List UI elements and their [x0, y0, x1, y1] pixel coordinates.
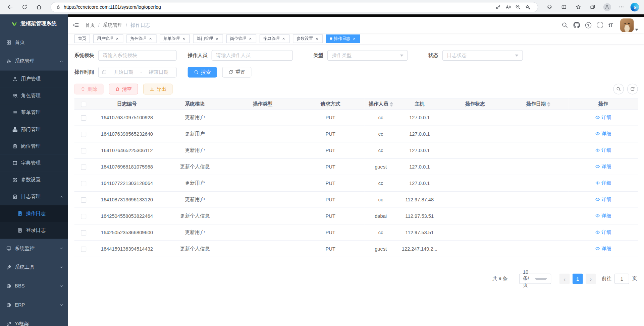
- fullscreen-icon[interactable]: [597, 22, 603, 28]
- sidebar-item-erp[interactable]: ERP: [0, 296, 68, 314]
- tab-role-management[interactable]: 角色管理×: [126, 34, 156, 43]
- detail-link[interactable]: 详细: [595, 114, 611, 121]
- breadcrumb-system[interactable]: 系统管理: [103, 21, 123, 28]
- font-size-icon[interactable]: tT: [608, 22, 613, 28]
- toggle-search-button[interactable]: [613, 84, 624, 94]
- sidebar-item-home[interactable]: 首页: [0, 33, 68, 52]
- search-button[interactable]: 搜索: [188, 67, 217, 78]
- sidebar-item-system[interactable]: 系统管理: [0, 52, 68, 70]
- github-icon[interactable]: [573, 22, 580, 28]
- sidebar-item-bbs[interactable]: BBS: [0, 276, 68, 295]
- sidebar-item-tools[interactable]: 系统工具: [0, 258, 68, 276]
- sidebar-item-departments[interactable]: 部门管理: [0, 121, 68, 138]
- detail-link[interactable]: 详细: [595, 212, 611, 219]
- tab-parameter-settings[interactable]: 参数设置×: [293, 34, 323, 43]
- close-icon[interactable]: ×: [215, 36, 219, 41]
- sidebar-item-users[interactable]: 用户管理: [0, 71, 68, 87]
- select-all-checkbox[interactable]: [81, 102, 86, 107]
- row-checkbox[interactable]: [81, 165, 86, 170]
- row-checkbox[interactable]: [81, 230, 86, 236]
- next-page-button[interactable]: ›: [586, 274, 596, 284]
- row-checkbox[interactable]: [81, 115, 86, 121]
- copilot-icon[interactable]: b: [631, 3, 639, 11]
- tab-dictionary-management[interactable]: 字典管理×: [260, 34, 289, 43]
- favorites-icon[interactable]: [573, 2, 584, 12]
- row-checkbox[interactable]: [81, 148, 86, 153]
- extensions-icon[interactable]: [544, 2, 555, 12]
- browser-profile-avatar[interactable]: [602, 2, 612, 12]
- browser-back-button[interactable]: [5, 2, 16, 12]
- split-screen-icon[interactable]: [558, 2, 569, 12]
- close-icon[interactable]: ×: [148, 36, 153, 41]
- close-icon[interactable]: ×: [281, 36, 286, 41]
- operator-input[interactable]: [212, 50, 293, 61]
- tab-operation-log[interactable]: 操作日志×: [326, 34, 360, 43]
- browser-refresh-button[interactable]: [19, 2, 30, 12]
- detail-link[interactable]: 详细: [595, 147, 611, 154]
- sidebar-item-menus[interactable]: 菜单管理: [0, 104, 68, 121]
- refresh-table-button[interactable]: [627, 84, 638, 94]
- eye-icon: [595, 115, 600, 120]
- row-checkbox[interactable]: [81, 197, 86, 203]
- hamburger-icon[interactable]: [73, 22, 79, 28]
- detail-link[interactable]: 详细: [595, 180, 611, 187]
- detail-link[interactable]: 详细: [595, 163, 611, 170]
- add-favorite-icon[interactable]: [523, 2, 533, 12]
- app-logo[interactable]: 意框架管理系统: [0, 14, 68, 33]
- read-aloud-icon[interactable]: [503, 2, 513, 12]
- browser-home-button[interactable]: [34, 2, 44, 12]
- breadcrumb-home[interactable]: 首页: [85, 21, 95, 28]
- zoom-icon[interactable]: [513, 2, 523, 12]
- clear-button[interactable]: 清空: [109, 84, 138, 94]
- sidebar-item-operation-log[interactable]: 操作日志: [0, 205, 68, 222]
- sidebar-item-dictionary[interactable]: 字典管理: [0, 155, 68, 172]
- password-key-icon[interactable]: [493, 2, 503, 12]
- collections-icon[interactable]: [587, 2, 598, 12]
- log-id: 1641087313696133120: [101, 197, 153, 202]
- module-input[interactable]: [98, 50, 177, 61]
- detail-link[interactable]: 详细: [595, 245, 611, 252]
- page-size-select[interactable]: 10条/页: [519, 274, 551, 284]
- tab-department-management[interactable]: 部门管理×: [193, 34, 223, 43]
- sidebar-item-log-management[interactable]: 日志管理: [0, 188, 68, 205]
- tab-post-management[interactable]: 岗位管理×: [226, 34, 256, 43]
- close-icon[interactable]: ×: [115, 36, 119, 41]
- browser-menu-icon[interactable]: [616, 2, 627, 12]
- prev-page-button[interactable]: ‹: [559, 274, 570, 284]
- close-icon[interactable]: ×: [315, 36, 319, 41]
- table-row: 1641077221303128064 更新用户 PUT cc 127.0.0.…: [74, 175, 638, 191]
- row-checkbox[interactable]: [81, 247, 86, 252]
- sidebar-item-yi-framework[interactable]: Yi框架: [0, 314, 68, 326]
- tab-menu-management[interactable]: 菜单管理×: [160, 34, 190, 43]
- row-checkbox[interactable]: [81, 214, 86, 219]
- sidebar-item-login-log[interactable]: 登录日志: [0, 222, 68, 239]
- status-select[interactable]: 日志状态: [442, 50, 523, 61]
- detail-link[interactable]: 详细: [595, 130, 611, 137]
- sidebar-item-parameters[interactable]: 参数设置: [0, 172, 68, 188]
- address-bar[interactable]: https://ccnetcore.com:1101/system/log/op…: [51, 2, 538, 12]
- close-icon[interactable]: ×: [352, 36, 356, 41]
- user-avatar[interactable]: [620, 18, 638, 31]
- export-button[interactable]: 导出: [143, 84, 172, 94]
- tab-user-management[interactable]: 用户管理×: [93, 34, 123, 43]
- detail-link[interactable]: 详细: [595, 229, 611, 236]
- type-select[interactable]: 操作类型: [327, 50, 408, 61]
- page-number-1[interactable]: 1: [573, 274, 583, 284]
- delete-button[interactable]: 删除: [74, 84, 104, 94]
- column-date[interactable]: 操作日期: [508, 99, 569, 109]
- goto-page-input[interactable]: [614, 274, 629, 284]
- sidebar-item-monitoring[interactable]: 系统监控: [0, 239, 68, 258]
- sidebar-item-posts[interactable]: 岗位管理: [0, 138, 68, 154]
- detail-link[interactable]: 详细: [595, 196, 611, 203]
- sidebar-item-roles[interactable]: 角色管理: [0, 87, 68, 104]
- row-checkbox[interactable]: [81, 132, 86, 137]
- date-range-picker[interactable]: 开始日期 - 结束日期: [98, 67, 177, 78]
- help-icon[interactable]: ?: [585, 22, 591, 28]
- column-operator[interactable]: 操作人员: [364, 99, 397, 109]
- tab-home[interactable]: 首页: [74, 34, 90, 43]
- row-checkbox[interactable]: [81, 181, 86, 186]
- close-icon[interactable]: ×: [248, 36, 253, 41]
- header-search-icon[interactable]: [561, 22, 568, 28]
- close-icon[interactable]: ×: [181, 36, 186, 41]
- reset-button[interactable]: 重置: [222, 67, 251, 78]
